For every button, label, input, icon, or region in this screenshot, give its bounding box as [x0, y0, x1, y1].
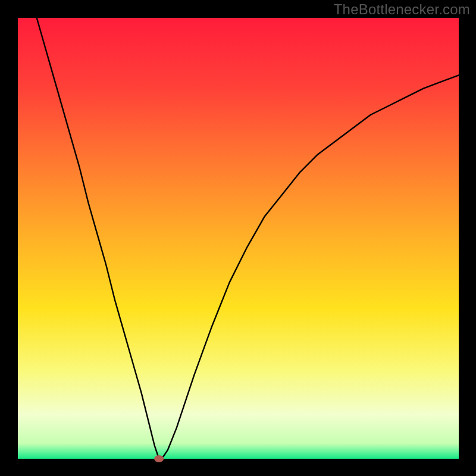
optimal-point-marker [154, 455, 164, 462]
plot-background [18, 18, 459, 459]
watermark-text: TheBottlenecker.com [334, 1, 470, 18]
chart-frame: TheBottlenecker.com [0, 0, 476, 476]
bottleneck-chart [0, 0, 476, 476]
